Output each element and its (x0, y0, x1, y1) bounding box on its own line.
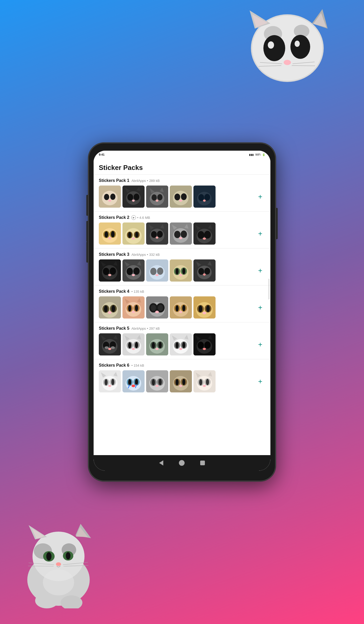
svg-point-121 (181, 231, 187, 238)
pack-4-name: Stickers Pack 4 (99, 289, 129, 294)
svg-point-71 (174, 194, 180, 200)
svg-point-231 (199, 305, 202, 312)
svg-point-245 (105, 346, 109, 349)
svg-point-37 (35, 593, 58, 608)
pack-4-size: 135 kB (134, 290, 144, 294)
pack-3-meta: AbrilApps • 332 kB (131, 253, 160, 257)
back-button[interactable] (159, 460, 163, 466)
phone-screen: 9:41 ▮▮▮ WiFi 🔋 Sticker Packs Stickers P… (94, 151, 270, 471)
sticker-thumb (146, 333, 168, 355)
sticker-thumb (99, 333, 121, 355)
pack-item-5: Stickers Pack 5 AbrilApps • 297 kB (94, 322, 270, 359)
svg-point-253 (128, 342, 131, 348)
pack-1-add-button[interactable]: + (255, 192, 265, 202)
svg-point-213 (155, 311, 159, 313)
svg-point-168 (182, 268, 185, 274)
pack-3-header: Stickers Pack 3 AbrilApps • 332 kB (99, 252, 265, 257)
pack-1-dot: • (147, 179, 148, 183)
svg-point-28 (46, 552, 51, 561)
sticker-thumb (99, 222, 121, 245)
pack-3-stickers: + (99, 259, 265, 282)
sticker-thumb (193, 259, 216, 282)
pack-2-header: Stickers Pack 2 ▶ • 4.6 MB (99, 215, 265, 220)
svg-point-92 (111, 231, 115, 237)
status-icons: ▮▮▮ WiFi 🔋 (249, 153, 265, 156)
sticker-thumb (122, 259, 145, 282)
svg-point-177 (204, 268, 210, 275)
svg-point-63 (157, 194, 162, 200)
sticker-thumb (122, 222, 145, 245)
svg-point-142 (108, 274, 111, 276)
pack-2-name: Stickers Pack 2 (99, 215, 129, 220)
pack-6-add-button[interactable]: + (255, 377, 265, 386)
pack-2-add-button[interactable]: + (255, 229, 265, 239)
svg-point-284 (198, 342, 204, 349)
svg-point-320 (159, 379, 162, 385)
svg-point-147 (127, 268, 133, 275)
app-content[interactable]: Sticker Packs Stickers Pack 1 AbrilApps … (94, 158, 270, 455)
recents-button[interactable] (200, 461, 205, 465)
pack-2-dot: • (137, 216, 138, 220)
svg-point-129 (198, 231, 204, 239)
sticker-thumb (146, 186, 168, 208)
svg-point-120 (174, 231, 180, 238)
svg-point-199 (135, 305, 138, 311)
svg-point-319 (152, 379, 155, 385)
svg-point-11 (295, 41, 300, 47)
pack-1-size: 289 kB (149, 179, 160, 183)
svg-point-53 (127, 194, 133, 201)
svg-point-112 (157, 231, 163, 238)
svg-point-57 (132, 200, 135, 202)
pack-4-meta: • 135 kB (131, 290, 144, 294)
home-button[interactable] (179, 460, 185, 466)
pack-2-size: 4.6 MB (139, 216, 150, 220)
cat-decoration-top-right (247, 8, 328, 83)
svg-point-306 (128, 379, 131, 385)
pack-6-dot: • (131, 364, 133, 367)
sticker-thumb (170, 333, 192, 355)
svg-point-139 (110, 268, 116, 275)
svg-point-39 (43, 569, 74, 595)
svg-point-202 (132, 311, 135, 313)
svg-point-299 (108, 385, 111, 387)
svg-point-334 (179, 385, 182, 387)
svg-point-345 (203, 385, 206, 387)
svg-point-75 (179, 200, 182, 202)
svg-point-167 (176, 268, 179, 275)
battery-icon: 🔋 (262, 153, 265, 156)
svg-point-275 (176, 342, 179, 348)
pack-5-dot: • (147, 327, 148, 330)
sticker-thumb (99, 296, 121, 319)
svg-point-160 (155, 274, 159, 276)
svg-point-331 (182, 379, 185, 385)
svg-point-9 (290, 35, 310, 59)
svg-point-221 (182, 305, 185, 311)
pack-1-stickers: + (99, 186, 265, 208)
sticker-thumb (170, 296, 192, 319)
sticker-thumb (99, 259, 121, 282)
pack-4-stickers: + (99, 296, 265, 319)
pack-4-dot: • (131, 290, 133, 294)
pack-item-1: Stickers Pack 1 AbrilApps • 289 kB (94, 174, 270, 211)
pack-3-add-button[interactable]: + (255, 266, 265, 276)
svg-point-8 (263, 35, 285, 61)
sticker-thumb (122, 296, 145, 319)
app-header: Sticker Packs (94, 158, 270, 174)
svg-point-176 (198, 268, 204, 275)
pack-1-header: Stickers Pack 1 AbrilApps • 289 kB (99, 178, 265, 183)
pack-4-add-button[interactable]: + (255, 303, 265, 313)
sticker-thumb (99, 186, 121, 208)
pack-5-author: AbrilApps (131, 327, 146, 330)
svg-point-224 (179, 311, 182, 313)
svg-point-323 (155, 385, 159, 387)
pack-4-header: Stickers Pack 4 • 135 kB (99, 289, 265, 294)
pack-5-size: 297 kB (149, 327, 160, 330)
svg-point-246 (111, 346, 115, 349)
pack-5-add-button[interactable]: + (255, 340, 265, 349)
svg-point-48 (108, 200, 111, 202)
pack-3-dot: • (147, 253, 148, 257)
sticker-thumb (193, 370, 216, 392)
svg-point-342 (206, 379, 209, 385)
svg-point-102 (128, 232, 131, 238)
sticker-thumb (146, 259, 168, 282)
